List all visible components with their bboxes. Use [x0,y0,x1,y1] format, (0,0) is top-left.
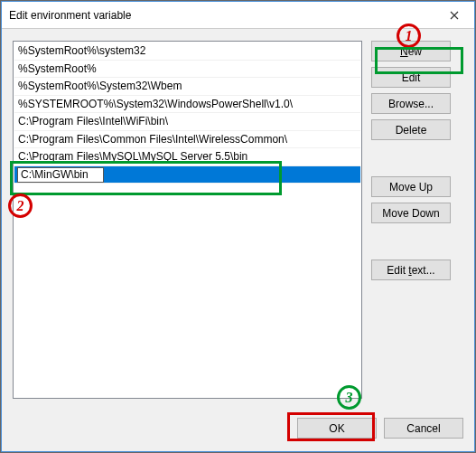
browse-button[interactable]: Browse... [371,93,451,114]
ok-button[interactable]: OK [297,418,377,439]
list-item[interactable]: %SystemRoot%\System32\Wbem [14,78,360,96]
close-icon [450,11,459,20]
edit-button[interactable]: Edit [371,67,451,88]
path-edit-input[interactable] [17,167,104,183]
list-item[interactable]: C:\Program Files\MySQL\MySQL Server 5.5\… [14,148,360,166]
close-button[interactable] [434,2,474,28]
list-item[interactable]: C:\Program Files\Common Files\Intel\Wire… [14,131,360,149]
list-item[interactable]: C:\Program Files\Intel\WiFi\bin\ [14,113,360,131]
move-down-button[interactable]: Move Down [371,203,451,223]
move-up-button[interactable]: Move Up [371,176,451,197]
list-item[interactable]: %SystemRoot% [14,61,360,79]
titlebar: Edit environment variable [2,2,474,29]
window-title: Edit environment variable [9,9,131,22]
list-item[interactable]: %SYSTEMROOT%\System32\WindowsPowerShell\… [14,96,360,114]
dialog-window: Edit environment variable %SystemRoot%\s… [1,1,475,452]
list-item-editing[interactable] [14,166,360,184]
path-listbox[interactable]: %SystemRoot%\system32 %SystemRoot% %Syst… [13,41,362,399]
cancel-button[interactable]: Cancel [384,418,463,439]
edit-text-button[interactable]: Edit text... [371,260,451,280]
new-button[interactable]: New [371,41,451,61]
list-item[interactable]: %SystemRoot%\system32 [14,42,360,61]
delete-button[interactable]: Delete [371,119,451,140]
